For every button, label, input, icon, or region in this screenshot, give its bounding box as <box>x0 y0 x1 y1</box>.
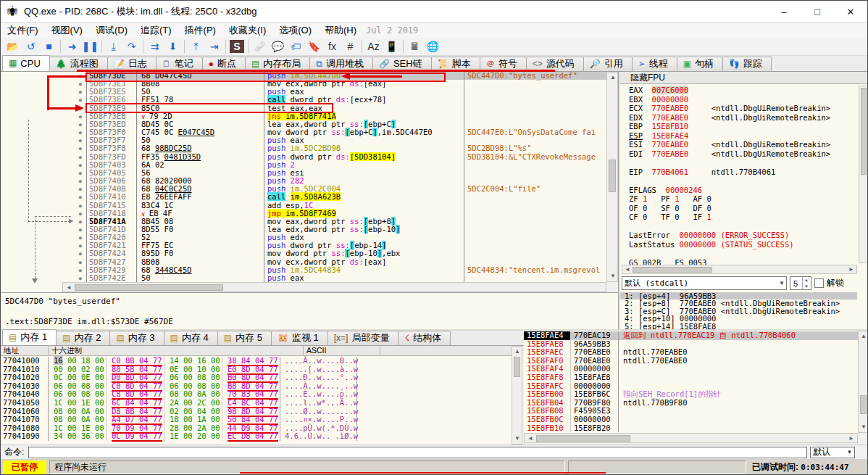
argument-row[interactable]: 5: [esp+14] 15E8FAE8 <box>620 323 857 329</box>
dump-row[interactable]: 7704107008 00 0A 00A4 D7 04 7718 00 1A 0… <box>1 416 512 424</box>
tab-引用[interactable]: 🔎引用 <box>583 57 633 71</box>
tab-内存 3[interactable]: ▤内存 3 <box>109 331 164 345</box>
stack-pane[interactable]: 15E8FAE4770EAC19返回到 ntdll.770EAC19 自 ntd… <box>524 331 858 433</box>
stop-icon[interactable]: ■ <box>40 38 58 54</box>
menu-item-追[interactable]: 追踪(T) <box>134 22 178 38</box>
step-into-icon[interactable]: ⤓ <box>104 38 122 54</box>
registers-pane[interactable]: 隐藏FPU EAX 007C6000EBX 00000000ECX 770EAB… <box>620 72 868 329</box>
tab-日志[interactable]: 📝日志 <box>107 57 157 71</box>
tab-流程图[interactable]: 🌲流程图 <box>49 57 108 71</box>
hide-fpu-button[interactable]: 隐藏FPU <box>620 72 868 84</box>
breakpoint-dot-icon[interactable]: ● <box>79 275 82 282</box>
tab-断点[interactable]: ●断点 <box>202 57 246 71</box>
disasm-row[interactable]: ●5D8F742E50push eax <box>1 274 606 282</box>
stack-row[interactable]: 15E8FAE4770EAC19返回到 ntdll.770EAC19 自 ntd… <box>524 331 858 340</box>
stack-row[interactable]: 15E8FB0015E8FB6C指向SEH_Record[1]的指针 <box>524 390 858 399</box>
disasm-row[interactable]: ●5D8F741583C4 1Cadd esp,1C <box>1 202 606 210</box>
calculator-icon[interactable]: 🖩 <box>406 38 424 54</box>
registers-hscrollbar[interactable]: ◄ ► <box>622 265 857 274</box>
assemble-icon[interactable]: Az <box>364 38 383 54</box>
register-line[interactable]: ESP 15E8FAE4 <box>620 131 857 141</box>
step-down-icon[interactable]: ⬇ <box>164 38 182 54</box>
tab-脚本[interactable]: 📜脚本 <box>431 57 480 71</box>
register-line[interactable] <box>620 176 857 186</box>
bookmark-icon[interactable]: 🔖 <box>305 38 323 54</box>
register-line[interactable]: EFLAGS 00000246 <box>620 186 857 195</box>
disassembly-hscrollbar[interactable]: ◄ <box>62 282 606 292</box>
register-line[interactable] <box>620 249 857 258</box>
stack-row[interactable]: 15E8FB1015E8FB20 <box>524 424 858 433</box>
menu-item-收[interactable]: 收藏夹(I) <box>222 22 272 38</box>
tab-CPU[interactable]: ▦CPU <box>2 55 50 71</box>
hash-icon[interactable]: # <box>341 38 359 54</box>
run-icon[interactable]: ➜ <box>63 38 81 54</box>
close-button[interactable]: ✕ <box>834 1 867 22</box>
run-to-user-code-icon[interactable]: ⇥ <box>205 38 223 54</box>
register-line[interactable]: EIP 770B4061 ntdll.770B4061 <box>620 168 857 177</box>
open-file-icon[interactable]: 📂 <box>4 38 22 54</box>
label-icon[interactable]: 🏷 <box>287 38 305 54</box>
tab-跟踪[interactable]: 👣跟踪 <box>722 57 772 71</box>
dump-row[interactable]: 770410501C 00 1E 006C 84 04 772A 00 2C 0… <box>1 399 512 408</box>
stack-vscrollbar[interactable]: ▲ ▼ <box>858 331 868 433</box>
menu-item-文[interactable]: 文件(F) <box>1 22 45 38</box>
register-line[interactable]: EDX 770EABE0 <ntdll.DbgUiRemoteBreakin> <box>620 113 857 123</box>
stack-hscrollbar[interactable]: ◄ ► <box>524 433 858 443</box>
tab-笔记[interactable]: 🗒笔记 <box>156 57 203 71</box>
tab-内存 4[interactable]: ▤内存 4 <box>164 331 218 345</box>
dump-row[interactable]: 7704100016 00 18 00C0 8B 04 7714 00 16 0… <box>1 357 512 365</box>
menu-item-视[interactable]: 视图(V) <box>45 22 89 38</box>
function-icon[interactable]: fx <box>323 38 341 54</box>
tab-局部变量[interactable]: [x=]局部变量 <box>327 331 399 345</box>
dump-vscrollbar[interactable]: ▲ ▼ <box>512 346 522 445</box>
tab-句柄[interactable]: ▣句柄 <box>677 57 723 71</box>
tab-SEH链[interactable]: 🔗SEH链 <box>372 57 432 71</box>
menu-item-调[interactable]: 调试(D) <box>89 22 134 38</box>
execute-till-return-icon[interactable]: ⤒ <box>187 38 205 54</box>
tab-内存 5[interactable]: ▤内存 5 <box>217 331 272 345</box>
register-line[interactable]: OF 0 SF 0 DF 0 <box>620 204 857 213</box>
comment-icon[interactable]: 💬 <box>269 38 287 54</box>
phone-icon[interactable]: 📱 <box>383 38 401 54</box>
tab-符号[interactable]: ＠符号 <box>480 57 527 71</box>
tab-监视 1[interactable]: 🐹监视 1 <box>271 331 328 345</box>
unlock-checkbox[interactable] <box>814 278 824 288</box>
tab-调用堆栈[interactable]: ⧉调用堆栈 <box>309 57 373 71</box>
tab-结构体[interactable]: ☇结构体 <box>398 331 451 345</box>
menu-item-选[interactable]: 选项(O) <box>272 22 318 38</box>
step-over-icon[interactable]: ↷ <box>122 38 141 54</box>
scylla-icon[interactable]: S <box>230 40 244 53</box>
register-line[interactable]: ESI 770EABE0 <ntdll.DbgUiRemoteBreakin> <box>620 140 857 149</box>
patch-icon[interactable]: 🩹 <box>251 38 269 54</box>
argument-row[interactable]: 4: [esp+10] 00000000 <box>620 315 857 322</box>
argument-depth-stepper[interactable]: 5 ▲▼ <box>790 276 811 290</box>
maximize-button[interactable]: □ <box>801 1 834 22</box>
stack-row[interactable]: 15E8FB0C00000000 <box>524 416 858 424</box>
tab-内存布局[interactable]: ▤内存布局 <box>245 57 310 71</box>
menu-item-插[interactable]: 插件(P) <box>178 22 222 38</box>
disassembly-vscrollbar[interactable]: ▲ ▼ <box>606 72 618 282</box>
register-line[interactable]: ECX 770EABE0 <ntdll.DbgUiRemoteBreakin> <box>620 104 857 113</box>
register-line[interactable]: EBP 15E8FB10 <box>620 122 857 131</box>
register-line[interactable]: LastError 00000000 (ERROR_SUCCESS) <box>620 231 857 240</box>
register-line[interactable] <box>620 158 857 168</box>
command-input[interactable] <box>28 447 807 458</box>
tab-内存 2[interactable]: ▤内存 2 <box>56 331 110 345</box>
register-line[interactable]: LastStatus 00000000 (STATUS_SUCCESS) <box>620 240 857 249</box>
dump-row[interactable]: 7704109034 00 36 000C D9 04 771E 00 20 0… <box>1 432 512 441</box>
tab-内存 1[interactable]: ▤内存 1 <box>2 329 57 345</box>
command-script-select[interactable]: 默认 ▼ <box>810 447 855 458</box>
tab-线程[interactable]: ➢线程 <box>632 57 677 71</box>
register-line[interactable]: EDI 770EABE0 <ntdll.DbgUiRemoteBreakin> <box>620 149 857 159</box>
register-line[interactable]: EBX 00000000 <box>620 95 857 104</box>
stack-row[interactable]: 15E8FAF815E8FAE8 <box>524 373 858 382</box>
run-to-icon[interactable]: ⇉ <box>146 38 164 54</box>
calling-convention-select[interactable]: 默认 (stdcall) ▼ <box>622 276 787 290</box>
registers-vscrollbar[interactable] <box>859 86 868 263</box>
register-line[interactable]: EAX 007C6000 <box>620 86 857 95</box>
restart-icon[interactable]: ↺ <box>22 38 40 54</box>
register-line[interactable] <box>620 222 857 231</box>
dump-pane[interactable]: 地址 十六进制 ASCII 7704100016 00 18 00C0 8B 0… <box>1 346 512 445</box>
register-line[interactable]: CF 0 TF 0 IF 1 <box>620 212 857 222</box>
menu-item-帮[interactable]: 帮助(H) <box>318 22 363 38</box>
